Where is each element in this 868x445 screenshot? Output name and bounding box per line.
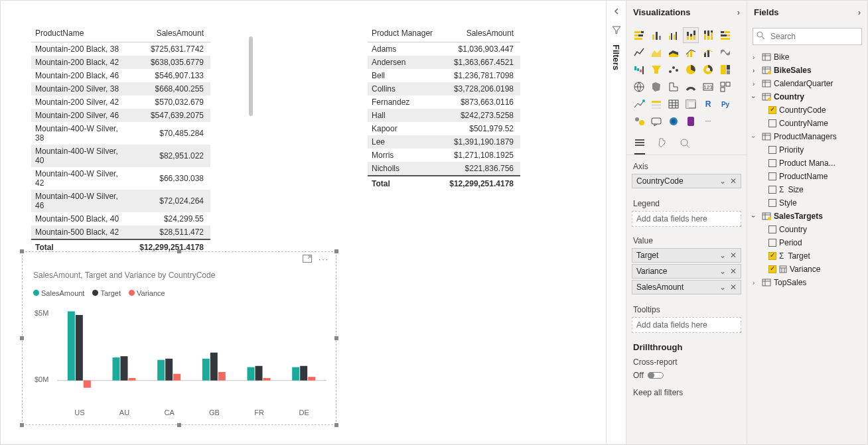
col-header[interactable]: SalesAmount bbox=[443, 25, 520, 42]
table-node[interactable]: BikeSales bbox=[751, 64, 863, 77]
table-row[interactable]: Mountain-200 Black, 38$725,631.7742 bbox=[31, 42, 210, 56]
field-node[interactable]: Style bbox=[751, 196, 863, 210]
field-node[interactable]: Country bbox=[751, 223, 863, 236]
legend-dropzone[interactable]: Add data fields here bbox=[632, 211, 741, 227]
vis-type-gauge[interactable] bbox=[683, 79, 699, 95]
vis-type-donut[interactable] bbox=[700, 62, 716, 78]
table-row[interactable]: Bell$1,236,781.7098 bbox=[368, 69, 520, 82]
fields-search-input[interactable] bbox=[753, 28, 862, 45]
field-checkbox[interactable] bbox=[768, 106, 776, 114]
field-node[interactable]: CountryName bbox=[751, 117, 863, 130]
resize-handle[interactable] bbox=[334, 249, 338, 253]
vis-type-py[interactable]: Py bbox=[717, 96, 733, 112]
vis-type-more[interactable]: ··· bbox=[700, 113, 716, 129]
field-pill[interactable]: CountryCode⌄✕ bbox=[632, 174, 741, 188]
filters-pane-collapsed[interactable]: Filters bbox=[606, 1, 626, 445]
vis-type-line[interactable] bbox=[631, 44, 647, 60]
chevron-icon[interactable] bbox=[753, 67, 759, 74]
table-node[interactable]: ProductManagers bbox=[751, 130, 863, 143]
field-node[interactable]: Product Mana... bbox=[751, 157, 863, 170]
field-checkbox[interactable] bbox=[768, 252, 776, 260]
table-row[interactable]: Mountain-200 Black, 42$638,035.6779 bbox=[31, 56, 210, 69]
chevron-icon[interactable] bbox=[753, 133, 759, 141]
remove-icon[interactable]: ✕ bbox=[730, 267, 737, 276]
report-canvas[interactable]: ProductName SalesAmount Mountain-200 Bla… bbox=[1, 1, 606, 445]
vis-type-table[interactable] bbox=[666, 96, 682, 112]
chevron-icon[interactable] bbox=[753, 54, 759, 61]
vis-type-card[interactable]: 123 bbox=[700, 79, 716, 95]
vis-type-arcgis[interactable] bbox=[666, 113, 682, 129]
table-row[interactable]: Mountain-400-W Silver, 38$70,485.284 bbox=[31, 122, 210, 145]
scrollbar[interactable] bbox=[249, 36, 253, 116]
chevron-icon[interactable] bbox=[753, 80, 759, 88]
table-row[interactable]: Fernandez$873,663.0116 bbox=[368, 95, 520, 109]
expand-filters-icon[interactable] bbox=[613, 7, 620, 17]
vis-type-column[interactable] bbox=[648, 27, 664, 43]
remove-icon[interactable]: ✕ bbox=[730, 251, 737, 260]
analytics-tab[interactable] bbox=[680, 138, 690, 155]
product-table-visual[interactable]: ProductName SalesAmount Mountain-200 Bla… bbox=[31, 25, 244, 254]
field-checkbox[interactable] bbox=[768, 159, 776, 167]
resize-handle[interactable] bbox=[334, 336, 338, 340]
vis-type-map[interactable] bbox=[631, 79, 647, 95]
field-pill[interactable]: Target⌄✕ bbox=[632, 248, 741, 263]
field-pill[interactable]: Variance⌄✕ bbox=[632, 264, 741, 279]
chevron-down-icon[interactable]: ⌄ bbox=[719, 283, 726, 292]
chevron-icon[interactable] bbox=[753, 213, 759, 220]
vis-type-waterfall[interactable] bbox=[631, 62, 647, 78]
field-checkbox[interactable] bbox=[768, 119, 776, 127]
table-row[interactable]: Andersen$1,363,667.4521 bbox=[368, 56, 520, 69]
field-node[interactable]: CountryCode bbox=[751, 103, 863, 117]
field-checkbox[interactable] bbox=[768, 172, 776, 180]
format-tab[interactable] bbox=[657, 138, 668, 155]
vis-type-r[interactable]: R bbox=[700, 96, 716, 112]
vis-type-multi-card[interactable] bbox=[717, 79, 733, 95]
table-node[interactable]: Country bbox=[751, 90, 863, 103]
chevron-icon[interactable] bbox=[753, 279, 759, 286]
vis-type-pie[interactable] bbox=[683, 62, 699, 78]
field-node[interactable]: Variance bbox=[751, 263, 863, 276]
vis-type-matrix[interactable] bbox=[683, 96, 699, 112]
vis-type-area[interactable] bbox=[648, 44, 664, 60]
more-options-icon[interactable]: ··· bbox=[319, 255, 329, 265]
col-header[interactable]: Product Manager bbox=[368, 25, 443, 42]
table-node[interactable]: TopSales bbox=[751, 276, 863, 289]
vis-type-stacked-bar[interactable] bbox=[631, 27, 647, 43]
vis-type-stacked-column[interactable] bbox=[683, 27, 699, 43]
vis-type-funnel[interactable] bbox=[648, 62, 664, 78]
table-row[interactable]: Mountain-500 Black, 40$24,299.55 bbox=[31, 212, 210, 225]
vis-type-slicer[interactable] bbox=[648, 96, 664, 112]
field-checkbox[interactable] bbox=[768, 239, 776, 247]
chevron-icon[interactable] bbox=[753, 94, 759, 101]
table-row[interactable]: Mountain-400-W Silver, 40$82,951.022 bbox=[31, 145, 210, 167]
col-header[interactable]: ProductName bbox=[31, 25, 135, 42]
vis-type-powerapps[interactable] bbox=[683, 113, 699, 129]
cross-report-toggle[interactable]: Off bbox=[626, 369, 747, 381]
table-row[interactable]: Morris$1,271,108.1925 bbox=[368, 149, 520, 162]
vis-type-clustered-column[interactable] bbox=[666, 27, 682, 43]
vis-type-key-influencers[interactable] bbox=[631, 113, 647, 129]
vis-type-shape-map[interactable] bbox=[666, 79, 682, 95]
fields-tab[interactable] bbox=[634, 138, 645, 155]
table-node[interactable]: Bike bbox=[751, 50, 863, 64]
table-row[interactable]: Mountain-200 Black, 46$546,907.133 bbox=[31, 69, 210, 82]
vis-type-combo[interactable] bbox=[683, 44, 699, 60]
tooltips-dropzone[interactable]: Add data fields here bbox=[632, 317, 741, 333]
field-checkbox[interactable] bbox=[768, 199, 776, 207]
table-row[interactable]: Mountain-400-W Silver, 46$72,024.264 bbox=[31, 190, 210, 212]
filters-icon[interactable] bbox=[612, 25, 621, 36]
chevron-down-icon[interactable]: ⌄ bbox=[719, 267, 726, 276]
vis-type-scatter[interactable] bbox=[666, 62, 682, 78]
field-node[interactable]: ProductName bbox=[751, 170, 863, 183]
table-row[interactable]: Adams$1,036,903.447 bbox=[368, 42, 520, 56]
field-node[interactable]: ΣTarget bbox=[751, 249, 863, 263]
field-checkbox[interactable] bbox=[768, 265, 776, 273]
vis-type-kpi[interactable] bbox=[631, 96, 647, 112]
table-row[interactable]: Collins$3,728,206.0198 bbox=[368, 82, 520, 95]
focus-mode-icon[interactable] bbox=[303, 255, 312, 265]
field-pill[interactable]: SalesAmount⌄✕ bbox=[632, 280, 741, 294]
vis-type-ribbon[interactable] bbox=[717, 44, 733, 60]
table-node[interactable]: CalendarQuarter bbox=[751, 77, 863, 90]
collapse-pane-icon[interactable] bbox=[858, 7, 861, 17]
table-row[interactable]: Mountain-500 Black, 42$28,511.472 bbox=[31, 225, 210, 239]
